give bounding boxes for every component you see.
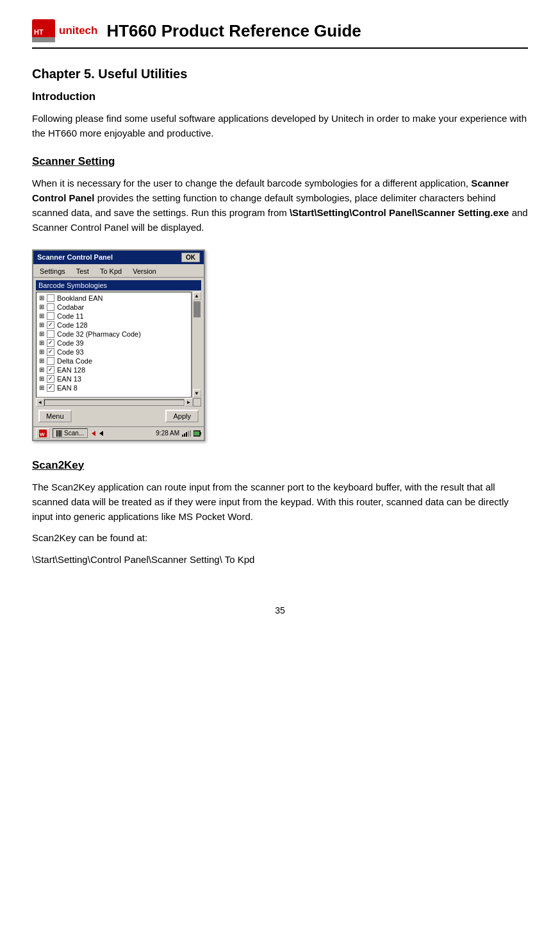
checkbox-3[interactable] bbox=[47, 321, 54, 329]
checkbox-10[interactable] bbox=[47, 384, 54, 392]
hscroll-track bbox=[44, 399, 185, 406]
scan2key-section: Scan2Key The Scan2Key application can ro… bbox=[32, 459, 528, 567]
vertical-scrollbar[interactable]: ▲ ▼ bbox=[192, 292, 201, 398]
tree-item-9[interactable]: ⊞ EAN 13 bbox=[38, 374, 190, 383]
horizontal-scrollbar[interactable]: ◄ ► bbox=[36, 398, 201, 407]
page-footer: 35 bbox=[32, 605, 528, 616]
item-label-4: Code 32 (Pharmacy Code) bbox=[57, 330, 141, 338]
scroll-down-btn[interactable]: ▼ bbox=[193, 389, 201, 398]
svg-text:W: W bbox=[40, 432, 45, 437]
item-label-10: EAN 8 bbox=[57, 384, 78, 392]
unitech-logo-icon: HT bbox=[32, 19, 55, 42]
page-number: 35 bbox=[275, 605, 285, 616]
tree-item-1[interactable]: ⊞ Codabar bbox=[38, 303, 190, 312]
tree-scroll-area: ⊞ Bookland EAN ⊞ Codabar ⊞ Code 11 bbox=[36, 292, 192, 398]
expander-7: ⊞ bbox=[38, 357, 45, 364]
checkbox-1[interactable] bbox=[47, 303, 54, 311]
arrow2-icon bbox=[98, 430, 104, 437]
scan2key-paragraph3: \Start\Setting\Control Panel\Scanner Set… bbox=[32, 552, 528, 567]
item-label-1: Codabar bbox=[57, 303, 84, 311]
screenshot-container: Scanner Control Panel OK Settings Test T… bbox=[32, 249, 528, 441]
scroll-corner bbox=[193, 398, 201, 407]
item-label-2: Code 11 bbox=[57, 312, 84, 320]
menu-button[interactable]: Menu bbox=[38, 410, 72, 423]
tree-item-4[interactable]: ⊞ Code 32 (Pharmacy Code) bbox=[38, 330, 190, 339]
taskbar-time: 9:28 AM bbox=[156, 430, 179, 437]
tree-with-scroll: ⊞ Bookland EAN ⊞ Codabar ⊞ Code 11 bbox=[36, 292, 201, 398]
logo-text: unitech bbox=[59, 24, 97, 37]
arrow-icon bbox=[90, 430, 97, 437]
tree-item-2[interactable]: ⊞ Code 11 bbox=[38, 312, 190, 321]
panel-body: Barcode Symbologies ⊞ Bookland EAN ⊞ Cod… bbox=[33, 278, 204, 426]
menu-settings[interactable]: Settings bbox=[35, 265, 70, 277]
tree-header: Barcode Symbologies bbox=[36, 280, 201, 290]
item-label-7: Delta Code bbox=[57, 357, 92, 365]
taskbar-scan-item[interactable]: Scan... bbox=[53, 428, 88, 438]
logo: HT unitech bbox=[32, 19, 97, 42]
checkbox-7[interactable] bbox=[47, 357, 54, 365]
tree-item-7[interactable]: ⊞ Delta Code bbox=[38, 356, 190, 365]
checkbox-4[interactable] bbox=[47, 330, 54, 338]
tree-item-6[interactable]: ⊞ Code 93 bbox=[38, 348, 190, 356]
checkbox-2[interactable] bbox=[47, 312, 54, 320]
checkbox-6[interactable] bbox=[47, 348, 54, 356]
introduction-section: Introduction Following please find some … bbox=[32, 90, 528, 141]
taskbar-start[interactable]: W bbox=[36, 428, 50, 439]
expander-8: ⊞ bbox=[38, 366, 45, 373]
item-label-0: Bookland EAN bbox=[57, 294, 103, 302]
item-label-6: Code 93 bbox=[57, 348, 84, 356]
scroll-up-btn[interactable]: ▲ bbox=[193, 292, 201, 300]
checkbox-5[interactable] bbox=[47, 339, 54, 347]
svg-rect-5 bbox=[56, 430, 58, 437]
svg-text:HT: HT bbox=[34, 28, 44, 36]
tree-item-3[interactable]: ⊞ Code 128 bbox=[38, 321, 190, 330]
scan2key-paragraph2: Scan2Key can be found at: bbox=[32, 530, 528, 545]
expander-0: ⊞ bbox=[38, 294, 45, 301]
svg-marker-10 bbox=[99, 431, 103, 436]
expander-3: ⊞ bbox=[38, 321, 45, 328]
expander-5: ⊞ bbox=[38, 339, 45, 346]
svg-rect-2 bbox=[32, 37, 55, 42]
scanner-setting-section: Scanner Setting When it is necessary for… bbox=[32, 155, 528, 235]
svg-rect-18 bbox=[194, 432, 199, 435]
panel-ok-button[interactable]: OK bbox=[181, 253, 200, 262]
tree-item-8[interactable]: ⊞ EAN 128 bbox=[38, 365, 190, 374]
taskbar: W Scan... 9:28 AM bbox=[33, 426, 204, 440]
tree-item-0[interactable]: ⊞ Bookland EAN bbox=[38, 294, 190, 303]
menu-version[interactable]: Version bbox=[128, 265, 161, 277]
scanner-para-1: When it is necessary for the user to cha… bbox=[32, 178, 471, 189]
expander-9: ⊞ bbox=[38, 375, 45, 382]
svg-rect-7 bbox=[60, 430, 61, 437]
panel-footer: Menu Apply bbox=[36, 407, 201, 424]
scroll-right-btn[interactable]: ► bbox=[185, 398, 193, 407]
expander-1: ⊞ bbox=[38, 303, 45, 310]
apply-button[interactable]: Apply bbox=[165, 410, 199, 423]
item-label-3: Code 128 bbox=[57, 321, 88, 329]
menu-tokpd[interactable]: To Kpd bbox=[95, 265, 127, 277]
scanner-setting-paragraph: When it is necessary for the user to cha… bbox=[32, 176, 528, 235]
panel-titlebar: Scanner Control Panel OK bbox=[33, 251, 204, 264]
svg-rect-6 bbox=[58, 430, 59, 437]
taskbar-extra-icons bbox=[90, 430, 104, 437]
checkbox-8[interactable] bbox=[47, 366, 54, 374]
scan2key-heading: Scan2Key bbox=[32, 459, 528, 472]
page-title: HT660 Product Reference Guide bbox=[106, 21, 361, 41]
checkbox-9[interactable] bbox=[47, 375, 54, 383]
checkbox-0[interactable] bbox=[47, 294, 54, 302]
svg-rect-13 bbox=[186, 432, 187, 437]
svg-rect-8 bbox=[62, 430, 62, 437]
scroll-thumb[interactable] bbox=[194, 301, 201, 317]
svg-marker-9 bbox=[92, 431, 95, 436]
item-label-8: EAN 128 bbox=[57, 366, 85, 374]
introduction-body: Following please find some useful softwa… bbox=[32, 111, 528, 141]
battery-icon bbox=[194, 430, 201, 437]
expander-6: ⊞ bbox=[38, 348, 45, 355]
item-label-5: Code 39 bbox=[57, 339, 84, 347]
menu-test[interactable]: Test bbox=[71, 265, 94, 277]
introduction-heading: Introduction bbox=[32, 90, 528, 103]
tree-item-5[interactable]: ⊞ Code 39 bbox=[38, 339, 190, 348]
scroll-left-btn[interactable]: ◄ bbox=[36, 398, 44, 407]
expander-4: ⊞ bbox=[38, 330, 45, 337]
svg-rect-12 bbox=[184, 433, 185, 437]
tree-item-10[interactable]: ⊞ EAN 8 bbox=[38, 383, 190, 392]
